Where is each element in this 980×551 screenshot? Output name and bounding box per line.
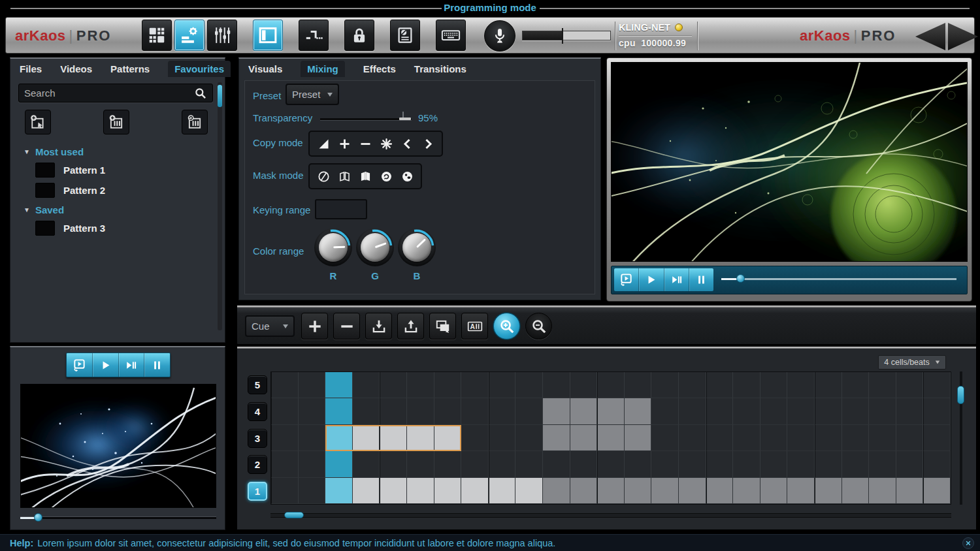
sequencer-cell[interactable]	[515, 372, 543, 398]
sequencer-cell[interactable]	[787, 451, 815, 477]
sequencer-cell[interactable]	[380, 451, 407, 477]
mic-level-slider[interactable]	[522, 31, 611, 40]
sequencer-cell[interactable]	[543, 451, 570, 477]
sequencer-cell[interactable]	[299, 478, 326, 504]
sequencer-cell[interactable]	[380, 398, 407, 424]
sequencer-cell[interactable]	[760, 372, 788, 398]
sequencer-cell[interactable]	[597, 372, 625, 398]
sequencer-cell[interactable]	[489, 372, 516, 398]
sequencer-cell[interactable]	[733, 451, 760, 477]
sequencer-cell[interactable]	[461, 451, 489, 477]
sequencer-cell[interactable]	[543, 425, 570, 451]
copy-mode-burst-button[interactable]	[378, 134, 395, 153]
sequencer-cell[interactable]	[760, 451, 788, 477]
sequencer-cell[interactable]	[271, 425, 299, 451]
sequencer-cell[interactable]	[787, 372, 815, 398]
mask-mode-book-filled-button[interactable]	[357, 167, 374, 185]
sequencer-cell[interactable]	[515, 425, 543, 451]
sequencer-cell[interactable]	[815, 372, 842, 398]
sequencer-cell[interactable]	[923, 425, 951, 451]
remove-cue-button[interactable]	[333, 313, 360, 339]
sequencer-cell[interactable]	[461, 478, 489, 504]
preview-scrubber[interactable]	[20, 514, 216, 524]
sequencer-cell[interactable]	[407, 398, 434, 424]
pause-button[interactable]	[144, 353, 170, 377]
sequencer-cell[interactable]	[706, 398, 734, 424]
sequencer-cell[interactable]	[679, 398, 706, 424]
sequencer-cell[interactable]	[434, 478, 462, 504]
knob-r[interactable]	[314, 228, 352, 266]
sequencer-cell[interactable]	[570, 451, 598, 477]
sequencer-cell[interactable]	[543, 372, 570, 398]
tab-patterns[interactable]: Patterns	[110, 63, 150, 74]
sequencer-cell[interactable]	[515, 478, 543, 504]
mask-mode-book-open-button[interactable]	[336, 167, 353, 185]
sequencer-cell[interactable]	[461, 372, 489, 398]
sequencer-row-1[interactable]: 1	[248, 482, 267, 501]
sequencer-cell[interactable]	[923, 398, 951, 424]
sequencer-cell[interactable]	[733, 478, 760, 504]
sequencer-cell[interactable]	[896, 451, 924, 477]
sequencer-cell[interactable]	[842, 451, 870, 477]
add-cue-button[interactable]	[301, 313, 328, 339]
sequencer-cell[interactable]	[543, 478, 570, 504]
import-cue-button[interactable]	[365, 313, 392, 339]
tab-videos[interactable]: Videos	[60, 63, 92, 74]
export-cue-button[interactable]	[397, 313, 424, 339]
mask-mode-rotate-circle-button[interactable]	[378, 167, 395, 185]
sequencer-cell[interactable]	[679, 372, 706, 398]
sequencer-cell[interactable]	[353, 425, 380, 451]
sequencer-cell[interactable]	[651, 372, 679, 398]
sequencer-cell[interactable]	[353, 478, 380, 504]
collapse-triangle-icon[interactable]: ▼	[24, 206, 30, 213]
preview-scrubber-handle[interactable]	[34, 513, 42, 522]
sequencer-cell[interactable]	[842, 398, 870, 424]
copy-mode-previous-button[interactable]	[399, 134, 416, 153]
add-to-list-button[interactable]	[103, 110, 129, 134]
sequencer-cell[interactable]	[570, 372, 598, 398]
sequencer-cell[interactable]	[815, 398, 842, 424]
sequencer-cell[interactable]	[299, 425, 326, 451]
sync-list-button[interactable]	[182, 110, 208, 134]
sequencer-cell[interactable]	[760, 398, 788, 424]
sequencer-cell[interactable]	[271, 451, 299, 477]
sequencer-cell[interactable]	[706, 478, 734, 504]
sequencer-cell[interactable]	[489, 478, 516, 504]
cells-per-beat-dropdown[interactable]: 4 cells/beats	[878, 355, 946, 370]
sequencer-cell[interactable]	[299, 398, 326, 424]
notes-button[interactable]	[390, 20, 420, 51]
sequencer-cell[interactable]	[625, 478, 652, 504]
transparency-slider[interactable]	[320, 118, 412, 120]
transparency-slider-handle[interactable]	[399, 118, 411, 120]
sequencer-cell[interactable]	[570, 425, 598, 451]
sequencer-cell[interactable]	[325, 398, 353, 424]
sequencer-cell[interactable]	[625, 372, 652, 398]
sequencer-cell[interactable]	[815, 478, 842, 504]
sequencer-cell[interactable]	[625, 398, 652, 424]
microphone-button[interactable]	[484, 20, 515, 52]
sequencer-cell[interactable]	[597, 425, 625, 451]
sequencer-cell[interactable]	[407, 425, 434, 451]
sequencer-cell[interactable]	[869, 372, 896, 398]
tab-visuals[interactable]: Visuals	[248, 63, 282, 74]
tab-mixing[interactable]: Mixing	[301, 61, 345, 77]
programming-view-button[interactable]	[174, 20, 204, 51]
search-input[interactable]	[24, 87, 194, 99]
sequencer-cell[interactable]	[706, 451, 734, 477]
sequencer-cell[interactable]	[733, 425, 760, 451]
list-item[interactable]: Pattern 3	[35, 221, 218, 236]
sequencer-cell[interactable]	[760, 425, 788, 451]
new-pattern-button[interactable]	[25, 110, 51, 134]
sequencer-cell[interactable]	[706, 372, 734, 398]
loop-button[interactable]	[614, 268, 639, 291]
sequencer-cell[interactable]	[353, 372, 380, 398]
sequencer-row-4[interactable]: 4	[248, 402, 267, 421]
tab-effects[interactable]: Effects	[363, 63, 396, 74]
sequencer-cell[interactable]	[407, 478, 434, 504]
sequencer-row-5[interactable]: 5	[248, 375, 267, 394]
sequencer-horizontal-scrollbar[interactable]	[270, 513, 951, 518]
copy-mode-next-button[interactable]	[419, 134, 436, 153]
tab-files[interactable]: Files	[20, 63, 42, 74]
tab-transitions[interactable]: Transitions	[414, 63, 466, 74]
sequencer-cell[interactable]	[923, 451, 951, 477]
